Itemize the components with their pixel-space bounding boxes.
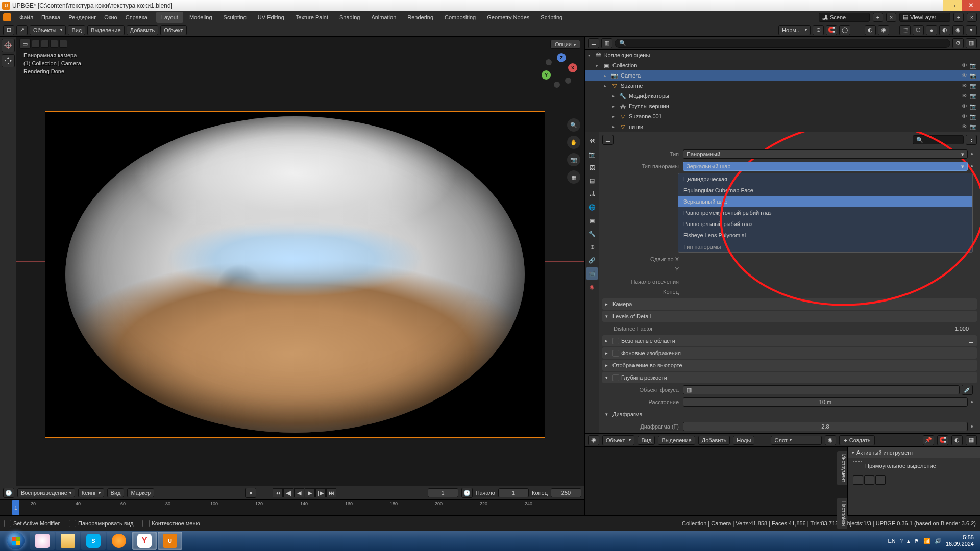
tab-add-button[interactable]: + (568, 12, 579, 23)
tab-uv[interactable]: UV Editing (253, 12, 289, 23)
outliner-item[interactable]: ▸▽Suzanne👁📷 (585, 81, 980, 91)
task-browser[interactable]: Y (132, 532, 157, 550)
pin-icon[interactable]: 📌 (923, 435, 934, 445)
prop-tab-scene-icon[interactable]: 🏞 (586, 188, 598, 200)
render-icon[interactable]: 📷 (970, 123, 977, 130)
select-tool-icon[interactable]: ▭ (19, 39, 31, 49)
prop-tab-render-icon[interactable]: 📷 (586, 148, 598, 160)
shading-preview[interactable]: ◐ (939, 25, 950, 35)
prop-tab-modifier-icon[interactable]: 🔧 (586, 228, 598, 240)
sidebar-tab-settings[interactable]: Настройки (837, 498, 847, 529)
section-bg-images[interactable]: ▸Фоновые изображения (602, 347, 977, 359)
distance-factor-value[interactable]: 1.000 (954, 325, 973, 332)
shading-options[interactable]: ▾ (966, 25, 977, 35)
shader-select[interactable]: Выделение (658, 436, 695, 445)
perspective-icon[interactable]: ▦ (567, 170, 580, 184)
prop-tab-viewlayer-icon[interactable]: ▤ (586, 174, 598, 187)
tray-clock[interactable]: 5:55 16.09.2024 (946, 534, 974, 547)
prop-tab-tool-icon[interactable]: 🛠 (586, 135, 598, 147)
render-icon[interactable]: 📷 (970, 103, 977, 110)
list-icon[interactable]: ☰ (969, 338, 974, 344)
scene-new-button[interactable]: + (873, 13, 883, 22)
shader-editor-type-icon[interactable]: ◉ (588, 435, 599, 445)
section-lod[interactable]: ▾Levels of Detail (602, 311, 977, 322)
panorama-type-option[interactable]: Equiangular Cubemap Face (678, 185, 972, 196)
autokey-button[interactable]: ● (245, 488, 256, 498)
section-aperture[interactable]: ▾Диафрагма (602, 409, 977, 420)
tab-sculpting[interactable]: Sculpting (218, 12, 252, 23)
anim-dot-icon[interactable] (971, 153, 973, 155)
prop-tab-object-icon[interactable]: ▣ (586, 214, 598, 227)
blender-logo[interactable] (3, 13, 11, 21)
panorama-type-option[interactable]: Равнопромежуточный рыбий глаз (678, 207, 972, 218)
orientation-select[interactable]: Норм... (778, 25, 811, 35)
tray-flag-icon[interactable]: ⚑ (914, 538, 919, 544)
eye-icon[interactable]: 👁 (961, 103, 968, 110)
task-upbge[interactable]: U (158, 532, 182, 550)
outliner-new-collection-icon[interactable]: ▥ (966, 38, 977, 48)
scene-selector[interactable]: 🏞Scene (819, 13, 870, 22)
shader-add[interactable]: Добавить (698, 436, 730, 445)
menu-render[interactable]: Рендеринг (64, 11, 100, 23)
focus-distance-field[interactable]: 10 m (683, 397, 968, 407)
select-lasso-icon[interactable] (59, 40, 67, 48)
panorama-type-option[interactable]: Зеркальный шар (678, 196, 972, 207)
tray-lang[interactable]: EN (888, 538, 896, 544)
jump-end-icon[interactable]: ⏭ (326, 488, 336, 497)
panorama-type-option[interactable]: Fisheye Lens Polynomial (678, 230, 972, 241)
timeline-view[interactable]: Вид (107, 488, 125, 497)
select-box-icon[interactable] (41, 40, 49, 48)
shader-mode-select[interactable]: Объект (602, 435, 634, 445)
tab-scripting[interactable]: Scripting (535, 12, 568, 23)
pan-icon[interactable]: ✋ (567, 136, 580, 149)
gizmo-toggle[interactable]: ◐ (865, 25, 876, 35)
preview-range-icon[interactable]: 🕐 (461, 488, 473, 498)
tab-shading[interactable]: Shading (334, 12, 365, 23)
cursor-tool-icon[interactable] (2, 39, 15, 52)
eye-icon[interactable]: 👁 (961, 123, 968, 130)
timeline-playback[interactable]: Воспроизведение (17, 488, 75, 497)
eye-icon[interactable]: 👁 (961, 113, 968, 120)
task-yandex[interactable] (30, 532, 55, 550)
tab-modeling[interactable]: Modeling (184, 12, 217, 23)
prop-tab-constraint-icon[interactable]: 🔗 (586, 254, 598, 266)
tray-chevron-icon[interactable]: ▴ (907, 538, 910, 544)
timeline-keying[interactable]: Кеинг (78, 488, 104, 497)
prop-tab-data-icon[interactable]: 📹 (586, 267, 598, 280)
task-mediaplayer[interactable] (107, 532, 131, 550)
sidebar-tab-tool[interactable]: Инструмент (837, 451, 847, 485)
shading-rendered[interactable]: ◉ (952, 25, 964, 35)
menu-window[interactable]: Окно (100, 11, 121, 23)
active-tool-header[interactable]: ▾Активный инструмент (848, 447, 980, 458)
menu-file[interactable]: Файл (15, 11, 37, 23)
playhead[interactable]: 1 (12, 500, 19, 515)
timeline-marker[interactable]: Маркер (127, 488, 154, 497)
render-icon[interactable]: 📷 (970, 113, 977, 120)
window-maximize-button[interactable]: ▭ (943, 0, 962, 11)
timeline-ruler[interactable]: 1 20406080100120140160180200220240 (0, 499, 584, 515)
nav-gizmo[interactable]: X Y Z (540, 53, 580, 94)
node-graph-area[interactable]: Инструмент Настройки (585, 447, 847, 515)
play-reverse-icon[interactable]: ◀ (294, 488, 304, 497)
safe-areas-checkbox[interactable] (612, 338, 619, 344)
pivot-button[interactable]: ⊙ (813, 25, 824, 35)
outliner-scene-collection[interactable]: ▾🏛Коллекция сцены (585, 50, 980, 60)
eye-icon[interactable]: 👁 (961, 62, 968, 69)
outliner-item[interactable]: ▸▽Suzanne.001👁📷 (585, 111, 980, 121)
anim-dot-icon[interactable] (971, 165, 973, 167)
eye-icon[interactable]: 👁 (961, 82, 968, 89)
tab-layout[interactable]: Layout (156, 12, 183, 23)
select-circle-icon[interactable] (50, 40, 58, 48)
outliner-item[interactable]: ▸⁂Группы вершин👁📷 (585, 101, 980, 111)
panorama-type-select[interactable]: Зеркальный шар▾ (683, 162, 968, 171)
prop-tab-world-icon[interactable]: 🌐 (586, 201, 598, 213)
task-explorer[interactable] (56, 532, 80, 550)
menu-edit[interactable]: Правка (37, 11, 64, 23)
start-button[interactable] (2, 531, 30, 550)
render-icon[interactable]: 📷 (970, 82, 977, 89)
play-icon[interactable]: ▶ (305, 488, 315, 497)
camera-view-icon[interactable]: 📷 (567, 153, 580, 166)
viewlayer-delete-button[interactable]: × (967, 13, 977, 22)
slot-select[interactable]: Слот (771, 436, 822, 445)
keyframe-next-icon[interactable]: |▶ (315, 488, 326, 497)
